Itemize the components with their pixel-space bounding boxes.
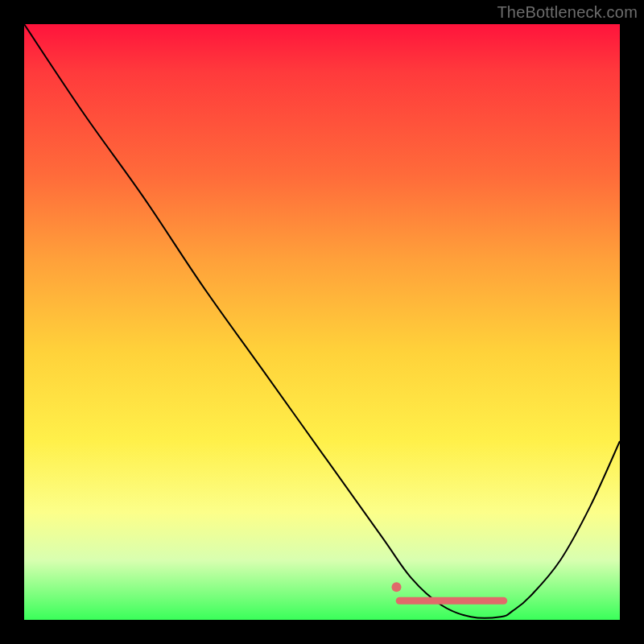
chart-svg (24, 24, 620, 620)
chart-plot-area (24, 24, 620, 620)
highlight-start-dot (392, 582, 402, 592)
watermark-text: TheBottleneck.com (497, 3, 638, 22)
curve-line (24, 24, 620, 618)
chart-frame: TheBottleneck.com (0, 0, 644, 644)
